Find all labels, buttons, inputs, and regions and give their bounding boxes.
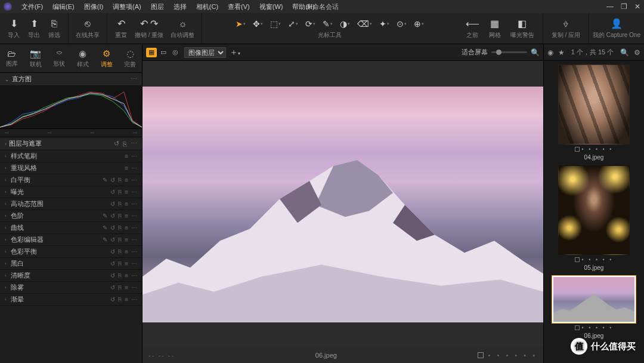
- menu-相机(C)[interactable]: 相机(C): [191, 1, 223, 13]
- menu-视窗(W)[interactable]: 视窗(W): [255, 1, 288, 13]
- menu-选择[interactable]: 选择: [169, 1, 191, 13]
- visibility-icon[interactable]: ◉: [547, 48, 553, 57]
- tool-白平衡[interactable]: ›白平衡✎↺⎘≡⋯: [0, 174, 142, 186]
- thumb-06.jpeg[interactable]: • • • • • 06.jpeg: [552, 276, 636, 339]
- thumb-image[interactable]: [558, 165, 630, 255]
- tool-ctrl[interactable]: ≡: [125, 236, 128, 243]
- view-mode-grid-icon[interactable]: ▦: [146, 48, 157, 57]
- tb-之前[interactable]: ⟵之前: [462, 17, 483, 41]
- star-filter-icon[interactable]: ★: [558, 48, 565, 57]
- thumb-04.jpeg[interactable]: • • • • • 04.jpeg: [552, 64, 636, 161]
- tb-网格[interactable]: ▦网格: [485, 17, 504, 41]
- copy-apply-button[interactable]: ⎀ 复制 / 应用: [548, 17, 584, 41]
- tool-ctrl[interactable]: ↺: [110, 272, 115, 279]
- tool-ctrl[interactable]: ≡: [125, 189, 128, 195]
- tool-ctrl[interactable]: ≡: [125, 296, 128, 303]
- tool-色彩编辑器[interactable]: ›色彩编辑器✎↺⎘≡⋯: [0, 234, 142, 246]
- tb-重置[interactable]: ↶重置: [112, 17, 130, 41]
- maximize-button[interactable]: ❐: [621, 2, 627, 11]
- tool-ctrl[interactable]: ↺: [110, 189, 115, 195]
- tb-曝光警告[interactable]: ◧曝光警告: [507, 17, 538, 41]
- view-mode-proof-icon[interactable]: ◎: [170, 48, 181, 57]
- tooltab-形状[interactable]: ⌔形状: [47, 44, 71, 72]
- tool-ctrl[interactable]: ↺: [110, 236, 115, 243]
- close-button[interactable]: ✕: [634, 2, 640, 11]
- tool-ctrl[interactable]: ≡: [125, 248, 128, 255]
- tool-ctrl[interactable]: ⋯: [131, 177, 137, 183]
- tool-ctrl[interactable]: ⎘: [118, 284, 122, 291]
- tool-ctrl[interactable]: ≡: [125, 284, 128, 291]
- tool-ctrl[interactable]: ↺: [110, 201, 115, 207]
- tool-ctrl[interactable]: ↺: [110, 284, 115, 291]
- panel-menu-icon[interactable]: ⋯: [131, 140, 137, 147]
- tool-ctrl[interactable]: ⎘: [118, 213, 122, 219]
- tool-ctrl[interactable]: ↺: [110, 248, 115, 255]
- tool-ctrl[interactable]: ✎: [103, 177, 107, 183]
- tool-黑白[interactable]: ›黑白↺⎘≡⋯: [0, 258, 142, 270]
- my-account-button[interactable]: 👤 我的 Capture One: [589, 17, 644, 41]
- tb-自动调整[interactable]: ☼自动调整: [168, 17, 197, 41]
- cursor-tool-7[interactable]: ⌫▾: [355, 18, 374, 30]
- tool-ctrl[interactable]: ⋯: [131, 153, 137, 159]
- tool-除雾[interactable]: ›除雾↺⎘≡⋯: [0, 282, 142, 294]
- menu-图层[interactable]: 图层: [146, 1, 169, 13]
- tb-筛选[interactable]: ⎘筛选: [45, 17, 63, 41]
- tool-ctrl[interactable]: ↺: [110, 177, 115, 183]
- tool-曲线[interactable]: ›曲线✎↺⎘≡⋯: [0, 222, 142, 234]
- tool-色阶[interactable]: ›色阶✎↺⎘≡⋯: [0, 210, 142, 222]
- tool-ctrl[interactable]: ≡: [125, 213, 128, 219]
- cursor-tool-6[interactable]: ◑▾: [338, 18, 352, 30]
- tool-ctrl[interactable]: ⋯: [131, 201, 137, 207]
- tool-ctrl[interactable]: ⎘: [118, 201, 122, 207]
- tool-ctrl[interactable]: ⋯: [131, 284, 137, 291]
- tool-ctrl[interactable]: ≡: [125, 177, 128, 183]
- tooltab-图库[interactable]: 🗁图库: [0, 44, 24, 72]
- tool-ctrl[interactable]: ⎘: [118, 272, 122, 279]
- settings-icon[interactable]: ⚙: [634, 48, 640, 57]
- tool-ctrl[interactable]: ≡: [125, 165, 128, 171]
- tool-ctrl[interactable]: ↺: [110, 224, 115, 231]
- tb-导入[interactable]: ⬇导入: [5, 17, 23, 41]
- tooltab-调整[interactable]: ⚙调整: [95, 44, 119, 72]
- tool-ctrl[interactable]: ≡: [125, 272, 128, 279]
- cursor-tool-5[interactable]: ✎▾: [321, 18, 335, 30]
- tool-ctrl[interactable]: ⎘: [118, 236, 122, 243]
- layers-header[interactable]: › 图层与遮罩 ↺ ⎘ ⋯: [0, 137, 142, 150]
- zoom-slider[interactable]: [491, 51, 527, 53]
- minimize-button[interactable]: —: [606, 2, 614, 11]
- search-icon[interactable]: 🔍: [531, 48, 540, 57]
- tool-ctrl[interactable]: ⋯: [131, 189, 137, 195]
- histogram-header[interactable]: ⌄ 直方图 ⋯: [0, 73, 142, 86]
- tool-ctrl[interactable]: ⎘: [118, 296, 122, 303]
- tool-ctrl[interactable]: ⋯: [131, 224, 137, 231]
- thumb-05.jpeg[interactable]: • • • • • 05.jpeg: [552, 165, 636, 271]
- tool-ctrl[interactable]: ↺: [110, 213, 115, 219]
- view-mode-single-icon[interactable]: ▭: [158, 48, 169, 57]
- tool-高动态范围[interactable]: ›高动态范围↺⎘≡⋯: [0, 198, 142, 210]
- tool-ctrl[interactable]: ≡: [125, 260, 128, 267]
- tool-ctrl[interactable]: ⋯: [131, 296, 137, 303]
- online-share-button[interactable]: ⎋ 在线共享: [73, 17, 102, 41]
- tool-ctrl[interactable]: ⋯: [131, 248, 137, 255]
- panel-menu-icon[interactable]: ⋯: [131, 75, 137, 83]
- layer-select[interactable]: 图像图层: [184, 47, 226, 58]
- search-icon[interactable]: 🔍: [620, 48, 629, 57]
- tooltab-完善[interactable]: ◌完善: [118, 44, 142, 72]
- tool-ctrl[interactable]: ⋯: [131, 165, 137, 171]
- add-layer-icon[interactable]: ＋▾: [230, 47, 240, 58]
- cursor-tool-10[interactable]: ⊕▾: [412, 18, 426, 30]
- menu-查看(V)[interactable]: 查看(V): [223, 1, 255, 13]
- tb-导出[interactable]: ⬆导出: [25, 17, 43, 41]
- tool-ctrl[interactable]: ⎘: [118, 177, 122, 183]
- main-image[interactable]: [143, 87, 543, 322]
- tool-ctrl[interactable]: ⎘: [118, 189, 122, 195]
- tool-ctrl[interactable]: ≡: [125, 201, 128, 207]
- tool-ctrl[interactable]: ⋯: [131, 272, 137, 279]
- tool-样式笔刷[interactable]: ›样式笔刷≡⋯: [0, 150, 142, 162]
- tool-ctrl[interactable]: ≡: [125, 153, 128, 159]
- cursor-tool-1[interactable]: ✥▾: [251, 18, 265, 30]
- tool-ctrl[interactable]: ✎: [103, 224, 107, 231]
- color-tag-dots[interactable]: • • • • • •: [488, 352, 537, 359]
- reset-icon[interactable]: ↺: [114, 140, 119, 147]
- cursor-tool-4[interactable]: ⟳▾: [304, 18, 317, 30]
